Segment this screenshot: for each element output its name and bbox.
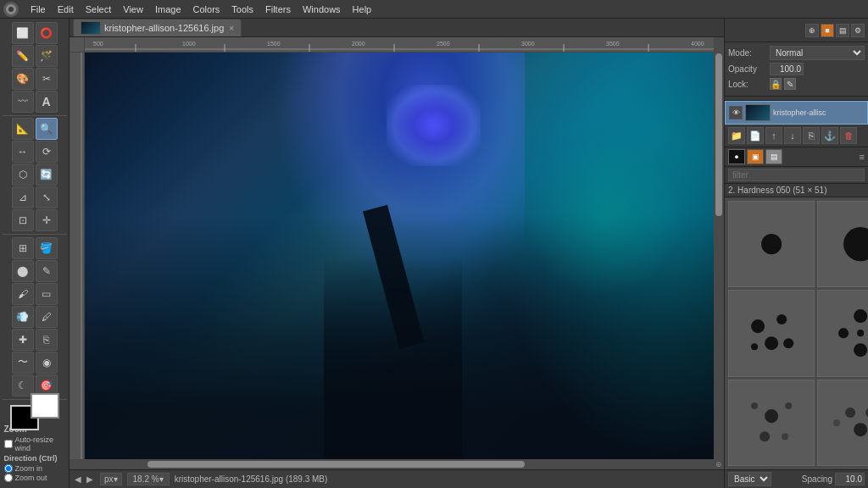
tab-close-button[interactable]: × (229, 24, 234, 33)
brush-tab-orange[interactable]: ▣ (747, 149, 764, 164)
brush-feather-1[interactable] (728, 380, 815, 466)
paintbrush-tool[interactable]: 🖌 (12, 283, 34, 305)
layer-item[interactable]: 👁 kristopher-allisc (725, 101, 868, 125)
measure-tool[interactable]: 📐 (12, 118, 34, 140)
mode-label: Mode: (728, 48, 766, 58)
svg-point-23 (751, 319, 765, 333)
free-select-tool[interactable]: ✏️ (12, 45, 34, 67)
menu-edit[interactable]: Edit (53, 3, 79, 16)
lower-layer-btn[interactable]: ↓ (784, 127, 801, 144)
brush-small-hard[interactable] (728, 201, 815, 287)
menu-tools[interactable]: Tools (226, 3, 259, 16)
canvas-scroll[interactable] (85, 53, 714, 459)
alignment-tool[interactable]: ⊞ (12, 237, 34, 259)
menu-image[interactable]: Image (150, 3, 186, 16)
menu-colors[interactable]: Colors (188, 3, 225, 16)
brush-feather-2[interactable] (817, 380, 868, 466)
flip-tool[interactable]: ↔ (12, 141, 34, 163)
dock-btn-4[interactable]: ⚙ (851, 24, 865, 37)
brush-medium-hard[interactable] (817, 201, 868, 287)
mode-select[interactable]: Normal (770, 46, 865, 60)
shear-tool[interactable]: ⊿ (12, 186, 34, 208)
menu-select[interactable]: Select (81, 3, 117, 16)
svg-point-32 (857, 330, 864, 336)
fuzzy-select-tool[interactable]: 🪄 (36, 45, 58, 67)
smudge-tool[interactable]: 〜 (12, 352, 34, 374)
menu-help[interactable]: Help (348, 3, 377, 16)
zoom-tool[interactable]: 🔍 (36, 118, 58, 140)
svg-point-25 (765, 337, 778, 351)
ellipse-select-tool[interactable]: ⭕ (36, 22, 58, 44)
blur-tool[interactable]: ◉ (36, 352, 58, 374)
raise-layer-btn[interactable]: ↑ (765, 127, 782, 144)
bucket-fill-tool[interactable]: 🪣 (36, 237, 58, 259)
image-tab[interactable]: kristopher-allison-125616.jpg × (73, 19, 242, 36)
airbrush-tool[interactable]: 💨 (12, 306, 34, 328)
status-unit[interactable]: px▾ (100, 473, 122, 485)
tool-row-7: ⬡ 🔄 (12, 164, 58, 186)
horizontal-scrollbar[interactable] (85, 459, 714, 469)
pencil-tool[interactable]: ✎ (36, 260, 58, 282)
anchor-layer-btn[interactable]: ⚓ (821, 127, 838, 144)
brush-tab-black[interactable]: ● (728, 149, 745, 164)
rect-select-tool[interactable]: ⬜ (12, 22, 34, 44)
menu-file[interactable]: File (25, 3, 51, 16)
status-filename: kristopher-allison-125616.jpg (189.3 MB) (175, 474, 328, 484)
brush-splat-1[interactable] (728, 290, 815, 376)
vertical-scroll-thumb[interactable] (715, 53, 722, 216)
ruler-top: 500 1000 1500 2000 2500 3000 3500 4000 (85, 37, 714, 53)
dock-btn-2[interactable]: ■ (821, 24, 834, 37)
brushes-category-select[interactable]: Basic (728, 472, 771, 486)
scroll-corner-btn[interactable]: ⊕ (714, 459, 724, 469)
layer-visibility-toggle[interactable]: 👁 (729, 106, 743, 119)
zoom-out-radio[interactable] (4, 474, 13, 482)
menu-filters[interactable]: Filters (260, 3, 296, 16)
spacing-input[interactable]: 10.0 (835, 473, 865, 485)
brush-splat-2[interactable] (817, 290, 868, 376)
new-layer-group-btn[interactable]: 📁 (728, 127, 745, 144)
tool-row-14: ✚ ⎘ (12, 329, 58, 351)
move-tool[interactable]: ✛ (36, 209, 58, 231)
delete-layer-btn[interactable]: 🗑 (840, 127, 857, 144)
new-layer-btn[interactable]: 📄 (747, 127, 764, 144)
horizontal-scroll-thumb[interactable] (147, 461, 525, 468)
lock-pixels-btn[interactable]: 🔒 (770, 78, 782, 90)
status-prev-btn[interactable]: ◀ (73, 474, 83, 484)
svg-text:1500: 1500 (267, 41, 281, 47)
zoom-in-option[interactable]: Zoom in (4, 464, 65, 473)
select-by-color-tool[interactable]: 🎨 (12, 68, 34, 90)
opacity-input[interactable]: 100.0 (770, 63, 804, 75)
scale-tool[interactable]: ⤡ (36, 186, 58, 208)
text-tool[interactable]: A (36, 91, 58, 113)
status-zoom[interactable]: 18.2 %▾ (127, 473, 170, 485)
scissors-select-tool[interactable]: ✂ (36, 68, 58, 90)
eraser-tool[interactable]: ▭ (36, 283, 58, 305)
vertical-scrollbar[interactable] (714, 53, 724, 459)
brush-tab-gray[interactable]: ▤ (765, 149, 782, 164)
rotate-tool[interactable]: 🔄 (36, 164, 58, 186)
layers-list: 👁 kristopher-allisc (725, 101, 868, 125)
lock-position-btn[interactable]: ✎ (784, 78, 796, 90)
menu-view[interactable]: View (118, 3, 148, 16)
duplicate-layer-btn[interactable]: ⎘ (803, 127, 820, 144)
menu-windows[interactable]: Windows (298, 3, 346, 16)
brushes-panel-menu[interactable]: ≡ (860, 152, 865, 162)
tab-filename: kristopher-allison-125616.jpg (104, 23, 224, 33)
ink-tool[interactable]: 🖊 (36, 306, 58, 328)
clone-tool[interactable]: ⎘ (36, 329, 58, 351)
paths-tool[interactable]: 〰 (12, 91, 34, 113)
crop-tool[interactable]: ⊡ (12, 209, 34, 231)
blend-tool[interactable]: ⬤ (12, 260, 34, 282)
canvas-viewport[interactable]: 500 1000 1500 2000 2500 3000 3500 4000 (70, 37, 724, 469)
transform-tool[interactable]: ⟳ (36, 141, 58, 163)
zoom-out-option[interactable]: Zoom out (4, 474, 65, 482)
auto-resize-checkbox[interactable] (4, 440, 13, 448)
status-next-btn[interactable]: ▶ (85, 474, 95, 484)
perspective-tool[interactable]: ⬡ (12, 164, 34, 186)
brush-filter-input[interactable] (728, 169, 865, 181)
background-color[interactable] (31, 393, 59, 419)
dock-btn-1[interactable]: ⊕ (805, 24, 819, 37)
heal-tool[interactable]: ✚ (12, 329, 34, 351)
dock-btn-3[interactable]: ▤ (836, 24, 849, 37)
zoom-in-radio[interactable] (4, 464, 13, 473)
